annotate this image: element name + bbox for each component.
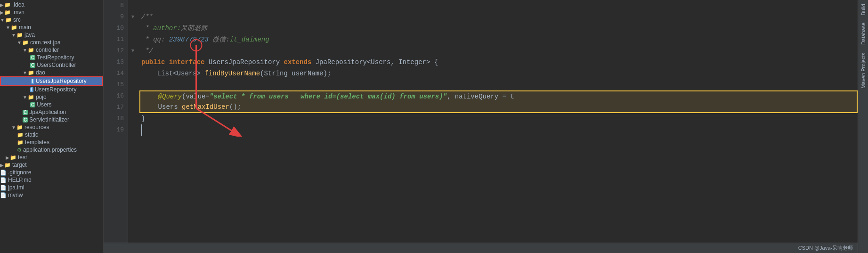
code-space (311, 57, 315, 68)
sidebar-item-jpa-iml[interactable]: 📄 jpa.iml (0, 184, 103, 191)
sidebar-item-templates[interactable]: 📁 templates (0, 139, 103, 146)
code-method-get-max: getMaxIdUser (182, 101, 229, 113)
folder-icon: 📁 (17, 139, 24, 146)
sidebar-item-dao[interactable]: ▼ 📁 dao (0, 69, 103, 76)
collapse-icon: ▶ (6, 155, 9, 160)
code-line-14: List<Users> findByUserName ( String user… (141, 68, 858, 79)
code-class-name: UsersJpaRepository (209, 57, 280, 68)
code-text-line-10-author: author: (153, 23, 181, 34)
java-interface-icon: I (30, 87, 33, 92)
file-icon: 📄 (0, 192, 7, 198)
sidebar-label-application-props: application.properties (23, 147, 77, 153)
code-space (165, 57, 169, 68)
code-line-8 (141, 0, 858, 11)
java-class-icon: C (30, 102, 35, 107)
sidebar-item-gitignore[interactable]: 📄 .gitignore (0, 169, 103, 176)
code-value-attr: value= (186, 91, 209, 102)
sidebar-item-com-test-jpa[interactable]: ▼ 📁 com.test.jpa (0, 39, 103, 46)
folder-icon: 📁 (28, 70, 34, 76)
build-tab[interactable]: Build (859, 0, 868, 19)
code-query-string: "select * from users where id=(select ma… (210, 91, 447, 102)
sidebar-item-mvn[interactable]: ▶ 📁 .mvn (0, 8, 103, 16)
fold-gutter: ▼ ▼ (128, 0, 138, 243)
fold-9[interactable]: ▼ (128, 11, 138, 23)
maven-projects-tab[interactable]: Maven Projects (859, 49, 868, 92)
sidebar-item-users[interactable]: C Users (0, 101, 103, 108)
code-text-line-8 (141, 0, 145, 11)
code-text-line-10-prefix: * (141, 23, 153, 34)
sidebar-item-mvnw[interactable]: 📄 mvnw (0, 191, 103, 199)
collapse-icon: ▶ (0, 163, 4, 168)
code-line-16: @Query ( value= "select * from users whe… (139, 90, 858, 102)
sidebar-label-com-test-jpa: com.test.jpa (30, 39, 61, 46)
sidebar-label-idea: .idea (12, 1, 24, 8)
sidebar-item-target[interactable]: ▶ 📁 target (0, 161, 103, 169)
sidebar-label-jpa-iml: jpa.iml (8, 184, 24, 191)
sidebar-label-help-md: HELP.md (8, 177, 32, 183)
code-space (201, 68, 204, 79)
sidebar-item-application-props[interactable]: ⚙ application.properties (0, 146, 103, 154)
fold-12[interactable]: ▼ (128, 45, 138, 57)
sidebar-item-users-controller[interactable]: C UsersController (0, 61, 103, 69)
code-indent-17 (142, 101, 158, 113)
collapse-icon: ▼ (11, 33, 16, 38)
sidebar-item-users-jpa-repository[interactable]: I UsersJpaRepository (0, 76, 103, 86)
sidebar-item-java[interactable]: ▼ 📁 java (0, 31, 103, 39)
database-tab[interactable]: Database (859, 19, 868, 49)
code-list-type: List<Users> (157, 68, 201, 79)
sidebar-item-test[interactable]: ▶ 📁 test (0, 154, 103, 161)
code-kw-interface: interface (169, 57, 205, 68)
sidebar-label-mvn: .mvn (12, 9, 24, 16)
code-line-18: } (141, 113, 858, 124)
sidebar-label-controller: controller (36, 47, 59, 53)
code-line-13: public interface UsersJpaRepository exte… (141, 57, 858, 68)
sidebar-label-templates: templates (25, 139, 49, 146)
collapse-icon: ▼ (23, 95, 27, 100)
sidebar-label-jpa-application: JpaApplication (29, 109, 66, 115)
code-line-15 (141, 79, 858, 90)
line-num-17: 17 (104, 102, 124, 113)
sidebar-label-test-repository: TestRepository (37, 54, 74, 61)
sidebar-item-users-repository[interactable]: I UsersRepository (0, 86, 103, 93)
status-bar: CSDN @Java-呆萌老师 (104, 243, 858, 253)
sidebar-label-servlet-initializer: ServletInitializer (29, 116, 69, 123)
file-icon: 📄 (0, 185, 7, 191)
sidebar-item-pojo[interactable]: ▼ 📁 pojo (0, 93, 103, 101)
code-line-9: /** (141, 11, 858, 23)
file-icon: 📄 (0, 170, 7, 176)
sidebar-item-resources[interactable]: ▼ 📁 resources (0, 123, 103, 131)
code-text-line-10-name: 呆萌老师 (181, 23, 207, 34)
sidebar-item-static[interactable]: 📁 static (0, 131, 103, 139)
sidebar-label-src: src (13, 16, 21, 23)
sidebar-item-servlet-initializer[interactable]: C ServletInitializer (0, 116, 103, 123)
file-icon: 📄 (0, 177, 7, 183)
code-line-19 (141, 124, 858, 136)
code-indent-16 (142, 91, 158, 102)
folder-icon: 📁 (22, 40, 29, 46)
code-line-17: Users getMaxIdUser (); (139, 102, 858, 113)
line-num-9: 9 (104, 11, 124, 23)
folder-icon: 📁 (28, 47, 34, 53)
collapse-icon: ▶ (0, 10, 4, 15)
code-text-line-9: /** (141, 11, 153, 23)
code-text[interactable]: /** * author:呆萌老师 * qq: 2398779723 微信: i… (138, 0, 858, 243)
code-text-line-11-wx: 微信: (209, 34, 230, 45)
sidebar-item-help-md[interactable]: 📄 HELP.md (0, 176, 103, 184)
line-num-8: 8 (104, 0, 124, 11)
sidebar-label-users: Users (37, 101, 51, 108)
code-editor[interactable]: 8 9 10 11 12 13 14 15 16 17 18 19 ▼ ▼ (104, 0, 858, 243)
code-text-line-11-qq: qq: (153, 34, 169, 45)
sidebar-item-main[interactable]: ▼ 📁 main (0, 24, 103, 31)
folder-icon: 📁 (5, 17, 12, 23)
sidebar-label-java: java (24, 32, 35, 38)
sidebar-item-jpa-application[interactable]: C JpaApplication (0, 108, 103, 116)
file-tree[interactable]: ▶ 📁 .idea ▶ 📁 .mvn ▼ 📁 src ▼ 📁 main ▼ 📁 … (0, 0, 104, 253)
code-text-line-11: * (141, 34, 153, 45)
sidebar-item-controller[interactable]: ▼ 📁 controller (0, 46, 103, 54)
sidebar-item-src[interactable]: ▼ 📁 src (0, 16, 103, 24)
collapse-icon: ▼ (23, 48, 27, 53)
sidebar-item-idea[interactable]: ▶ 📁 .idea (0, 1, 103, 8)
code-annotation: @Query (158, 91, 182, 102)
sidebar-label-users-controller: UsersController (37, 62, 76, 68)
sidebar-item-test-repository[interactable]: C TestRepository (0, 54, 103, 61)
